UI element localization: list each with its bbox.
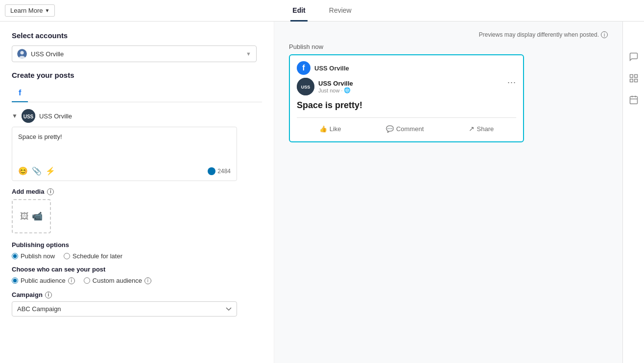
char-count-value: 2484 (217, 168, 231, 175)
svg-rect-8 (630, 75, 633, 78)
add-media-info-icon[interactable]: i (47, 188, 54, 195)
add-media-label: Add media (12, 188, 44, 195)
preview-author-info: USS USS Orville Just now · 🌐 (297, 78, 353, 95)
emoji-icon[interactable]: 😊 (18, 166, 28, 176)
post-account-name: USS Orville (39, 113, 72, 120)
campaign-info-icon[interactable]: i (45, 292, 52, 298)
campaign-title: Campaign i (12, 291, 262, 298)
create-posts-title: Create your posts (12, 71, 262, 79)
audience-title: Choose who can see your post (12, 266, 262, 273)
publishing-options-title: Publishing options (12, 241, 262, 249)
account-selector-name: USS Orville (31, 50, 242, 58)
publish-label: Publish now (289, 43, 608, 50)
custom-audience-option[interactable]: Custom audience i (84, 277, 151, 284)
publishing-radio-row: Publish now Schedule for later (12, 252, 262, 260)
image-upload-icon: 🖼 (20, 211, 29, 222)
publish-now-radio[interactable] (12, 253, 18, 259)
sidebar-grid-icon[interactable] (628, 72, 640, 84)
preview-avatar: USS (297, 78, 314, 95)
tab-review[interactable]: Review (327, 0, 354, 22)
audience-radio-row: Public audience i Custom audience i (12, 277, 262, 284)
custom-audience-info-icon[interactable]: i (144, 277, 151, 284)
right-panel: Previews may display differently when po… (274, 22, 622, 363)
account-selector-chevron-icon: ▼ (246, 51, 251, 57)
svg-point-1 (20, 51, 24, 54)
preview-post-text: Space is pretty! (297, 100, 516, 111)
schedule-later-label: Schedule for later (72, 252, 122, 260)
preview-note: Previews may display differently when po… (289, 31, 608, 38)
preview-facebook-icon: f (297, 61, 310, 75)
custom-audience-radio[interactable] (84, 277, 90, 284)
preview-timestamp: Just now (318, 88, 339, 93)
account-selector[interactable]: USS Orville ▼ (12, 45, 257, 62)
select-accounts-title: Select accounts (12, 31, 262, 40)
share-icon: ↗ (469, 125, 475, 133)
public-audience-option[interactable]: Public audience i (12, 277, 75, 284)
like-button[interactable]: 👍 Like (315, 123, 345, 135)
custom-audience-label: Custom audience (93, 277, 142, 284)
post-account-row: ▼ USS USS Orville (12, 109, 262, 123)
comment-button[interactable]: 💬 Comment (382, 123, 428, 135)
account-icon (17, 49, 27, 59)
preview-author-name: USS Orville (318, 80, 353, 87)
add-media-row: Add media i (12, 188, 262, 195)
learn-more-button[interactable]: Learn More ▼ (5, 4, 55, 17)
preview-card-header: f USS Orville (290, 55, 523, 78)
post-toolbar: 😊 📎 ⚡ 2484 (18, 166, 231, 176)
tab-facebook[interactable]: f (12, 85, 28, 102)
sidebar-chat-icon[interactable] (628, 51, 640, 63)
publish-now-option[interactable]: Publish now (12, 252, 55, 260)
platform-tabs: f (12, 84, 262, 102)
public-audience-radio[interactable] (12, 277, 18, 284)
separator-dot: · (341, 88, 342, 93)
svg-rect-9 (634, 75, 637, 78)
post-account-avatar: USS (22, 109, 35, 123)
comment-icon: 💬 (386, 125, 394, 133)
media-upload-box[interactable]: 🖼 📹 (12, 199, 51, 233)
collapse-account-button[interactable]: ▼ (12, 113, 18, 119)
comment-label: Comment (396, 125, 424, 133)
right-sidebar (622, 22, 644, 363)
share-label: Share (477, 125, 494, 133)
svg-text:USS: USS (24, 114, 34, 119)
char-count-circle (208, 167, 215, 175)
learn-more-label: Learn More (10, 7, 43, 14)
preview-card: f USS Orville USS USS Orville (289, 54, 524, 142)
facebook-icon: f (19, 89, 21, 97)
globe-icon: 🌐 (344, 87, 351, 93)
lightning-icon[interactable]: ⚡ (46, 166, 55, 176)
share-button[interactable]: ↗ Share (465, 123, 498, 135)
char-count: 2484 (208, 167, 231, 175)
preview-author-meta: Just now · 🌐 (318, 87, 353, 93)
left-panel: Select accounts USS Orville ▼ Create you… (0, 22, 274, 363)
svg-text:USS: USS (301, 85, 310, 90)
svg-rect-11 (634, 79, 637, 82)
preview-account-name-header: USS Orville (314, 65, 349, 72)
preview-author-row: USS USS Orville Just now · 🌐 ··· (297, 78, 516, 95)
campaign-select[interactable]: ABC Campaign Campaign B Campaign C (12, 301, 237, 317)
publish-now-label: Publish now (21, 252, 55, 260)
preview-author-details: USS Orville Just now · 🌐 (318, 80, 353, 93)
svg-point-5 (208, 168, 215, 175)
tab-bar: Edit Review (290, 0, 353, 21)
like-label: Like (330, 125, 341, 133)
schedule-later-option[interactable]: Schedule for later (64, 252, 122, 260)
video-upload-icon: 📹 (32, 211, 43, 222)
svg-rect-10 (630, 79, 633, 82)
like-icon: 👍 (319, 125, 327, 133)
svg-rect-12 (630, 96, 637, 104)
schedule-later-radio[interactable] (64, 253, 70, 259)
post-text-area[interactable]: Space is pretty! 😊 📎 ⚡ 2484 (12, 127, 237, 181)
learn-more-chevron-icon: ▼ (45, 8, 49, 13)
preview-more-button[interactable]: ··· (507, 78, 516, 87)
tab-edit[interactable]: Edit (290, 0, 307, 22)
top-bar: Learn More ▼ Edit Review (0, 0, 644, 22)
public-audience-label: Public audience (21, 277, 66, 284)
preview-card-body: USS USS Orville Just now · 🌐 ··· (290, 78, 523, 141)
post-text-content[interactable]: Space is pretty! (18, 132, 231, 161)
public-audience-info-icon[interactable]: i (68, 277, 75, 284)
attachment-icon[interactable]: 📎 (32, 166, 42, 176)
sidebar-calendar-icon[interactable] (628, 94, 640, 106)
preview-info-icon[interactable]: i (601, 31, 608, 38)
main-layout: Select accounts USS Orville ▼ Create you… (0, 22, 644, 363)
